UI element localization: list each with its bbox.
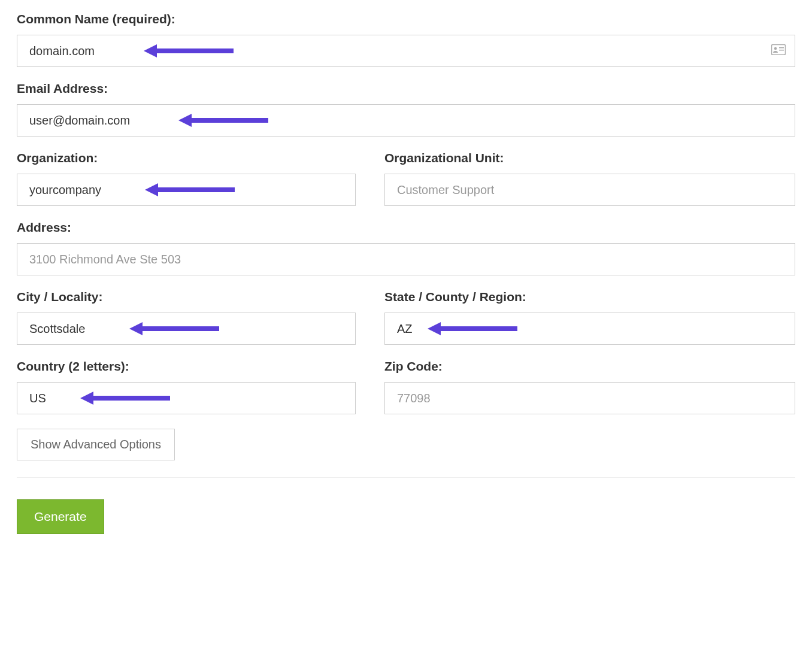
address-label: Address: bbox=[17, 220, 795, 235]
org-unit-label: Organizational Unit: bbox=[384, 151, 795, 165]
org-unit-input[interactable] bbox=[384, 174, 795, 206]
state-input[interactable] bbox=[384, 313, 795, 345]
country-label: Country (2 letters): bbox=[17, 359, 356, 374]
state-label: State / County / Region: bbox=[384, 290, 795, 304]
zip-input[interactable] bbox=[384, 382, 795, 414]
organization-label: Organization: bbox=[17, 151, 356, 165]
common-name-input[interactable] bbox=[17, 35, 795, 67]
organization-input[interactable] bbox=[17, 174, 356, 206]
zip-label: Zip Code: bbox=[384, 359, 795, 374]
show-advanced-button[interactable]: Show Advanced Options bbox=[17, 429, 175, 460]
email-input[interactable] bbox=[17, 104, 795, 137]
address-input[interactable] bbox=[17, 243, 795, 275]
country-input[interactable] bbox=[17, 382, 356, 414]
generate-button[interactable]: Generate bbox=[17, 499, 104, 534]
email-label: Email Address: bbox=[17, 81, 795, 96]
common-name-label: Common Name (required): bbox=[17, 12, 795, 26]
city-label: City / Locality: bbox=[17, 290, 356, 304]
divider bbox=[17, 477, 795, 478]
city-input[interactable] bbox=[17, 313, 356, 345]
